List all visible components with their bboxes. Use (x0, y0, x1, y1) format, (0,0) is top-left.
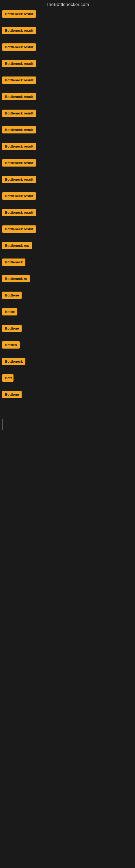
list-item: Bottleneck result (2, 76, 133, 85)
bottleneck-badge[interactable]: Bottleneck (2, 358, 26, 365)
list-item: Bottleneck result (2, 192, 133, 201)
list-item: Bottlen (2, 341, 133, 350)
bottleneck-badge[interactable]: Bottle (2, 308, 17, 315)
bottleneck-badge[interactable]: Bottleneck res (2, 242, 32, 249)
bottleneck-badge[interactable]: Bottleneck result (2, 110, 36, 117)
bottleneck-badge[interactable]: Bottleneck result (2, 126, 36, 133)
list-item: Bottlene (2, 325, 133, 333)
list-item: Bottleneck result (2, 176, 133, 184)
list-item: Bottlene (2, 291, 133, 300)
bottleneck-badge[interactable]: Bottleneck result (2, 209, 36, 216)
items-container: Bottleneck resultBottleneck resultBottle… (0, 9, 135, 408)
bottleneck-badge[interactable]: Bottleneck re (2, 275, 30, 282)
site-header: TheBottlenecker.com (0, 0, 135, 9)
list-item: Bott (2, 374, 133, 383)
bottleneck-badge[interactable]: Bottleneck result (2, 27, 36, 34)
list-item: Bottleneck re (2, 275, 133, 283)
bottleneck-badge[interactable]: Bottleneck result (2, 176, 36, 183)
bottleneck-badge[interactable]: Bottleneck result (2, 143, 36, 150)
bottleneck-badge[interactable]: Bottleneck result (2, 192, 36, 199)
bottleneck-badge[interactable]: Bottlene (2, 325, 21, 332)
list-item: Bottleneck result (2, 159, 133, 167)
list-item: Bottleneck (2, 358, 133, 366)
list-item: Bottleneck result (2, 126, 133, 134)
list-item: Bottleneck result (2, 93, 133, 101)
list-item: Bottleneck result (2, 110, 133, 118)
vertical-line (2, 420, 3, 430)
ellipsis-marker: ... (2, 493, 133, 497)
list-item: Bottleneck result (2, 225, 133, 234)
list-item: Bottlene (2, 391, 133, 399)
bottleneck-badge[interactable]: Bottleneck result (2, 10, 36, 18)
bottleneck-badge[interactable]: Bottlene (2, 391, 21, 398)
bottleneck-badge[interactable]: Bott (2, 374, 13, 382)
bottleneck-badge[interactable]: Bottleneck result (2, 159, 36, 166)
site-title: TheBottlenecker.com (0, 0, 135, 9)
list-item: Bottleneck result (2, 209, 133, 217)
list-item: Bottleneck result (2, 27, 133, 35)
list-item: Bottleneck res (2, 242, 133, 250)
bottleneck-badge[interactable]: Bottleneck result (2, 225, 36, 233)
bottleneck-badge[interactable]: Bottleneck result (2, 43, 36, 51)
list-item: Bottleneck (2, 258, 133, 267)
bottleneck-badge[interactable]: Bottleneck result (2, 60, 36, 67)
bottleneck-badge[interactable]: Bottleneck result (2, 93, 36, 100)
list-item: Bottleneck result (2, 60, 133, 68)
bottleneck-badge[interactable]: Bottlen (2, 341, 20, 348)
list-item: Bottle (2, 308, 133, 316)
bottleneck-badge[interactable]: Bottleneck (2, 258, 26, 266)
list-item: Bottleneck result (2, 10, 133, 19)
list-item: Bottleneck result (2, 143, 133, 151)
list-item: Bottleneck result (2, 43, 133, 52)
bottleneck-badge[interactable]: Bottleneck result (2, 76, 36, 84)
bottleneck-badge[interactable]: Bottlene (2, 291, 21, 299)
